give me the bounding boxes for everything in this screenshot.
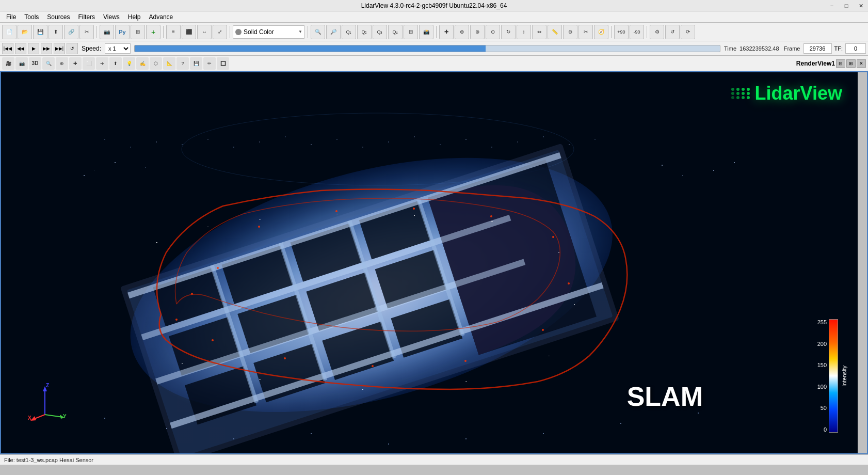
link-button[interactable]: 🔗	[64, 25, 78, 39]
zoom-out-button[interactable]: 🔎	[326, 25, 341, 39]
time-label: Time	[724, 45, 738, 52]
zoom-in-button[interactable]: 🔍	[311, 25, 325, 39]
minimize-button[interactable]: −	[825, 0, 839, 11]
edge-button[interactable]: ⬡	[150, 57, 162, 70]
render-viewport[interactable]: LidarView SLAM 255 200 150 100 50 0 Inte…	[1, 72, 858, 453]
help-btn2[interactable]: ?	[176, 57, 189, 70]
next-frame-button[interactable]: ▶▶	[41, 43, 52, 54]
svg-point-53	[568, 282, 570, 284]
rot-plus90-button[interactable]: +90	[614, 25, 629, 39]
menu-file[interactable]: File	[2, 12, 20, 22]
tf-input[interactable]	[845, 43, 866, 54]
select-button[interactable]: ⊕	[455, 25, 469, 39]
add-button[interactable]: +	[146, 25, 160, 39]
close-button[interactable]: ✕	[854, 0, 868, 11]
pipeline-button[interactable]: ≡	[166, 25, 181, 39]
capture-button[interactable]: 📷	[100, 25, 114, 39]
color-dropdown[interactable]: Solid Color ▼	[233, 25, 305, 39]
svg-rect-66	[713, 170, 714, 171]
svg-rect-62	[146, 167, 146, 168]
zoom-fit-button[interactable]: 🔍	[42, 57, 55, 70]
view-2-button[interactable]: Q₂	[357, 25, 372, 39]
go-end-button[interactable]: ▶▶|	[54, 43, 65, 54]
view-1-button[interactable]: Q₁	[342, 25, 356, 39]
settings-button[interactable]: ⚙	[650, 25, 664, 39]
split-vertical-btn[interactable]: ⊞	[846, 59, 856, 68]
menu-tools[interactable]: Tools	[20, 12, 43, 22]
orientation-button[interactable]: 🧭	[594, 25, 608, 39]
svg-rect-64	[662, 165, 663, 166]
move-button[interactable]: ⤢	[213, 25, 227, 39]
crop-button[interactable]: ✂	[79, 25, 94, 39]
slice-button[interactable]: ⊖	[563, 25, 577, 39]
separator3	[230, 26, 230, 38]
go-start-button[interactable]: |◀◀	[2, 43, 13, 54]
separator	[97, 26, 97, 38]
menu-filters[interactable]: Filters	[74, 12, 99, 22]
3d-toggle[interactable]: 3D	[29, 57, 41, 70]
measure-btn2[interactable]: 📐	[163, 57, 175, 70]
new-button[interactable]: 📄	[2, 25, 17, 39]
svg-point-52	[552, 236, 554, 238]
speed-select[interactable]: x 1 x 2 x 0.5	[105, 43, 131, 54]
refresh-button[interactable]: ⟳	[681, 25, 695, 39]
reset-view-button[interactable]: ⊟	[404, 25, 418, 39]
reset-axes-button[interactable]: ✚	[69, 57, 82, 70]
prev-frame-button[interactable]: ◀◀	[15, 43, 26, 54]
view-4-button[interactable]: Q₄	[388, 25, 403, 39]
svg-rect-16	[465, 139, 467, 140]
timeline-bar[interactable]	[134, 45, 720, 52]
screenshot-button[interactable]: 📷	[15, 57, 28, 70]
menu-sources[interactable]: Sources	[43, 12, 74, 22]
scale-button[interactable]: ⇔	[532, 25, 546, 39]
svg-point-47	[217, 267, 219, 269]
maximize-button[interactable]: □	[839, 0, 854, 11]
status-text: File: test1-3_ws.pcap Hesai Sensor	[4, 457, 93, 463]
viewport-container: LidarView SLAM 255 200 150 100 50 0 Inte…	[0, 71, 868, 454]
translate-button[interactable]: ↕	[517, 25, 531, 39]
orient-x-button[interactable]: ➜	[96, 57, 108, 70]
frame-input[interactable]	[803, 43, 832, 54]
view-3-button[interactable]: Q₃	[373, 25, 387, 39]
edit-btn[interactable]: ✏	[203, 57, 216, 70]
measure-button[interactable]: 📏	[548, 25, 562, 39]
menu-help[interactable]: Help	[124, 12, 145, 22]
svg-rect-89	[182, 363, 183, 364]
menu-advance[interactable]: Advance	[145, 12, 178, 22]
play-button[interactable]: ▶	[28, 43, 39, 54]
open-button[interactable]: 📂	[18, 25, 32, 39]
render-title: RenderView1	[796, 60, 835, 67]
rot-neg90-button[interactable]: -90	[630, 25, 644, 39]
close-render-btn[interactable]: ✕	[857, 59, 866, 68]
icon-btn17[interactable]: 🔲	[217, 57, 229, 70]
loop-button[interactable]: ↺	[67, 43, 78, 54]
svg-rect-72	[388, 444, 389, 445]
camera-button[interactable]: 📸	[419, 25, 433, 39]
pick-center-button[interactable]: ⊕	[56, 57, 68, 70]
save-button[interactable]: 💾	[33, 25, 47, 39]
svg-rect-3	[130, 147, 131, 148]
rotate-button[interactable]: ↻	[501, 25, 516, 39]
interaction-button[interactable]: ✚	[439, 25, 454, 39]
menu-views[interactable]: Views	[99, 12, 124, 22]
extract-button[interactable]: ⬛	[182, 25, 196, 39]
slam-label: SLAM	[627, 381, 703, 412]
layout-button[interactable]: ⊞	[131, 25, 145, 39]
lighting-button[interactable]: 💡	[123, 57, 135, 70]
reload-button[interactable]: ↺	[665, 25, 680, 39]
python-button[interactable]: Py	[115, 25, 130, 39]
transform-button[interactable]: ↔	[197, 25, 212, 39]
zoom-select-button[interactable]: ⊗	[470, 25, 485, 39]
svg-point-51	[490, 215, 492, 217]
upload-button[interactable]: ⬆	[49, 25, 63, 39]
tf-label: TF:	[834, 45, 843, 52]
pick-button[interactable]: ⊙	[486, 25, 500, 39]
camera-reset-button[interactable]: 🎥	[2, 57, 14, 70]
orient-y-button[interactable]: ⬆	[109, 57, 122, 70]
save-view-btn[interactable]: 💾	[190, 57, 202, 70]
clip-button[interactable]: ✂	[578, 25, 593, 39]
annotation-button[interactable]: ✍	[136, 57, 149, 70]
split-horizontal-btn[interactable]: ⊟	[836, 59, 845, 68]
svg-rect-81	[414, 215, 415, 216]
show-bounds-button[interactable]: ⬜	[83, 57, 95, 70]
